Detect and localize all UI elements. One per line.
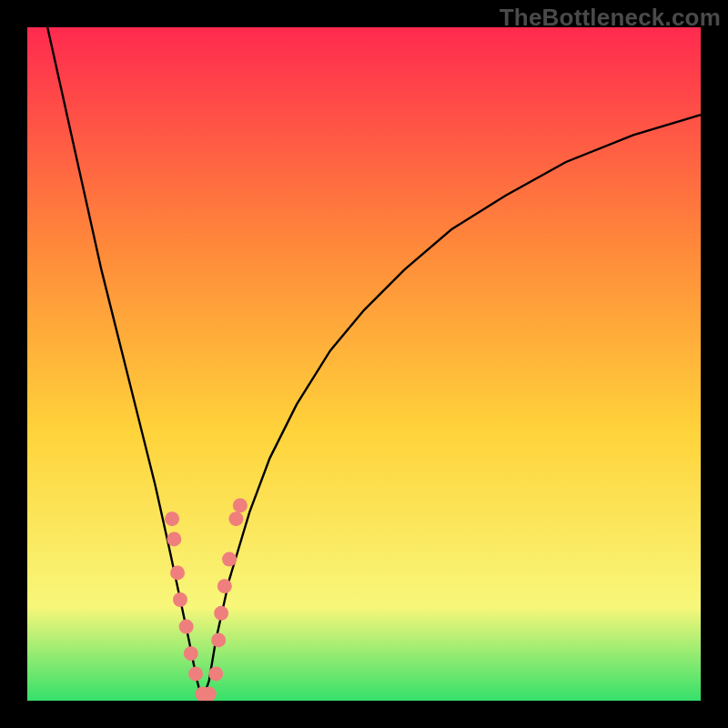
bottleneck-chart [27, 27, 701, 701]
data-marker [170, 565, 185, 580]
chart-frame: TheBottleneck.com [0, 0, 728, 728]
data-marker [214, 606, 228, 621]
data-marker [208, 666, 223, 681]
gradient-background [27, 27, 701, 701]
data-marker [222, 552, 237, 567]
data-marker [165, 511, 179, 526]
data-marker [233, 498, 248, 512]
plot-area [27, 27, 701, 701]
data-marker [211, 632, 226, 647]
data-marker [167, 531, 181, 546]
data-marker [179, 620, 194, 634]
data-marker [217, 579, 232, 593]
data-marker [173, 592, 187, 607]
data-marker [184, 646, 198, 661]
data-marker [202, 687, 217, 701]
data-marker [228, 511, 243, 526]
data-marker [188, 666, 203, 681]
